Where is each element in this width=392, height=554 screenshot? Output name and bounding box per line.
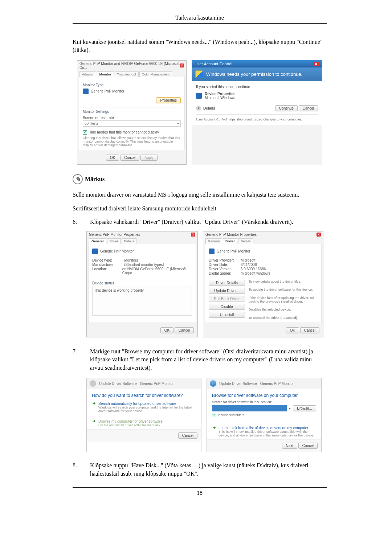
option-sub: Locate and install driver software manua… (98, 423, 163, 427)
rollback-driver-button[interactable]: Roll Back Driver (209, 296, 245, 302)
cancel-button[interactable]: Cancel (298, 443, 318, 449)
app-icon (196, 93, 202, 99)
value: Monitors (124, 258, 138, 262)
next-button[interactable]: Next (282, 443, 298, 449)
monitor-type-value: Generic PnP Monitor (91, 89, 124, 93)
chevron-down-icon: ▾ (177, 122, 179, 126)
uac-titlebar: User Account Control (195, 62, 232, 66)
arrow-icon: ➔ (93, 419, 95, 423)
hide-modes-checkbox-label: Hide modes that this monitor cannot disp… (89, 130, 159, 134)
value: 6/21/2006 (241, 263, 257, 267)
page-header: Tarkvara kasutamine (73, 15, 327, 24)
tab-driver[interactable]: Driver (107, 238, 121, 244)
option-sub: Windows will search your computer and th… (98, 406, 195, 413)
step-6: 6. Klõpsake vahekaardi "Driver" (Draiver… (73, 218, 327, 226)
cancel-button[interactable]: Cancel (178, 432, 197, 439)
step-7: 7. Märkige ruut "Browse my computer for … (73, 348, 327, 372)
close-icon[interactable]: × (317, 233, 321, 237)
back-icon[interactable]: ← (90, 380, 96, 387)
tab-general[interactable]: General (205, 238, 222, 244)
browse-button[interactable]: Browse... (293, 405, 316, 411)
ok-button[interactable]: OK (286, 327, 299, 333)
disable-desc: Disables the selected device. (249, 308, 318, 311)
wizard-option-pick-list[interactable]: ➔ Let me pick from a list of device driv… (207, 424, 321, 439)
chevron-down-icon: ▾ (289, 406, 291, 410)
device-name: Generic PnP Monitor (100, 249, 134, 253)
properties-button[interactable]: Properties (156, 97, 181, 103)
uac-instruction: If you started this action, continue. (196, 85, 318, 92)
device-status-label: Device status (92, 279, 192, 285)
update-driver-button[interactable]: Update Driver... (209, 288, 245, 294)
step-8: 8. Klõpsake nuppu "Have Disk..." (Võta k… (73, 461, 327, 478)
tab-monitor[interactable]: Monitor (97, 71, 114, 77)
note-line-1: Selle monitori draiver on varustatud MS-… (73, 191, 327, 199)
device-name: Generic PnP Monitor (217, 249, 250, 253)
tab-adapter[interactable]: Adapter (79, 71, 96, 77)
chevron-down-icon[interactable]: ▾ (196, 106, 201, 111)
cancel-button[interactable]: Cancel (299, 105, 318, 111)
hide-modes-help: Clearing this check box allows you to se… (83, 135, 181, 147)
note-icon: ✎ (73, 174, 83, 184)
label: Driver Date: (209, 263, 238, 267)
update-driver-desc: To update the driver software for this d… (249, 288, 318, 291)
driver-details-button[interactable]: Driver Details (209, 280, 245, 286)
note-block: ✎ Märkus (73, 174, 327, 184)
figure-row-1: Generic PnP Monitor and NVIDIA GeForce 6… (77, 60, 327, 165)
location-path-input[interactable] (212, 405, 287, 411)
value: Microsoft (241, 258, 256, 262)
device-status-text: This device is working properly. (92, 287, 192, 316)
apply-button[interactable]: Apply (140, 155, 158, 161)
cancel-button[interactable]: Cancel (175, 327, 194, 333)
wizard-option-browse[interactable]: ➔ Browse my computer for driver software… (87, 418, 201, 429)
note-line-2: Sertifitseeritud draiveri leiate Samsung… (73, 205, 327, 213)
wizard-breadcrumb: Update Driver Software - Generic PnP Mon… (219, 382, 294, 386)
value: 6.0.6000.16386 (241, 267, 266, 271)
tab-driver[interactable]: Driver (223, 238, 237, 244)
close-icon[interactable]: × (180, 63, 184, 67)
refresh-rate-select[interactable]: 60 Hertz ▾ (83, 120, 181, 127)
wizard-option-auto-search[interactable]: ➔ Search automatically for updated drive… (87, 400, 201, 415)
close-icon[interactable]: × (191, 233, 195, 237)
refresh-rate-label: Screen refresh rate: (83, 115, 181, 120)
step-text: Märkige ruut "Browse my computer for dri… (90, 348, 327, 372)
value: on NVIDIA GeForce 6600 LE (Microsoft Cor… (122, 267, 192, 275)
uac-program-publisher: Microsoft Windows (205, 96, 236, 100)
disable-button[interactable]: Disable (209, 304, 245, 310)
option-label: Search automatically for updated driver … (98, 402, 176, 406)
tab-color-management[interactable]: Color Management (139, 71, 172, 77)
wizard-heading: Browse for driver software on your compu… (207, 389, 321, 400)
hide-modes-checkbox[interactable]: ✓ (83, 130, 87, 135)
label: Driver Version: (209, 267, 238, 271)
ok-button[interactable]: OK (160, 327, 173, 333)
cancel-button[interactable]: Cancel (120, 155, 139, 161)
label: Manufacturer: (92, 263, 122, 267)
monitor-icon (92, 249, 98, 254)
tab-details[interactable]: Details (238, 238, 253, 244)
include-subfolders-checkbox[interactable]: ✓ (212, 413, 216, 417)
tab-general[interactable]: General (89, 238, 106, 244)
uninstall-button[interactable]: Uninstall (209, 312, 245, 318)
back-icon[interactable]: ← (210, 380, 216, 387)
continue-button[interactable]: Continue (275, 105, 298, 111)
ok-button[interactable]: OK (106, 155, 119, 161)
monitor-settings-group: Monitor Settings (83, 107, 181, 114)
arrow-icon: ➔ (93, 402, 95, 405)
figure-row-2: Generic PnP Monitor Properties× General … (86, 231, 327, 337)
page-number: 18 (73, 487, 327, 496)
dialog-title: Generic PnP Monitor Properties (89, 233, 140, 237)
dialog-title: Generic PnP Monitor and NVIDIA GeForce 6… (79, 62, 180, 70)
step-number: 6. (73, 218, 81, 226)
close-icon[interactable]: × (313, 62, 319, 66)
uac-program-name: Device Properties (205, 92, 236, 96)
dialog-title: Generic PnP Monitor Properties (205, 233, 257, 237)
monitor-type-group: Monitor Type (83, 83, 181, 87)
tab-details[interactable]: Details (122, 238, 137, 244)
uac-details-link[interactable]: Details (203, 106, 215, 110)
update-driver-wizard-1: ← Update Driver Software - Generic PnP M… (86, 378, 201, 452)
figure-row-3: ← Update Driver Software - Generic PnP M… (86, 378, 327, 452)
tab-troubleshoot[interactable]: Troubleshoot (115, 71, 139, 77)
option-sub: This list will show installed driver sof… (219, 430, 315, 437)
wizard-question: How do you want to search for driver sof… (87, 389, 201, 400)
step-number: 7. (73, 348, 81, 372)
cancel-button[interactable]: Cancel (300, 327, 319, 333)
